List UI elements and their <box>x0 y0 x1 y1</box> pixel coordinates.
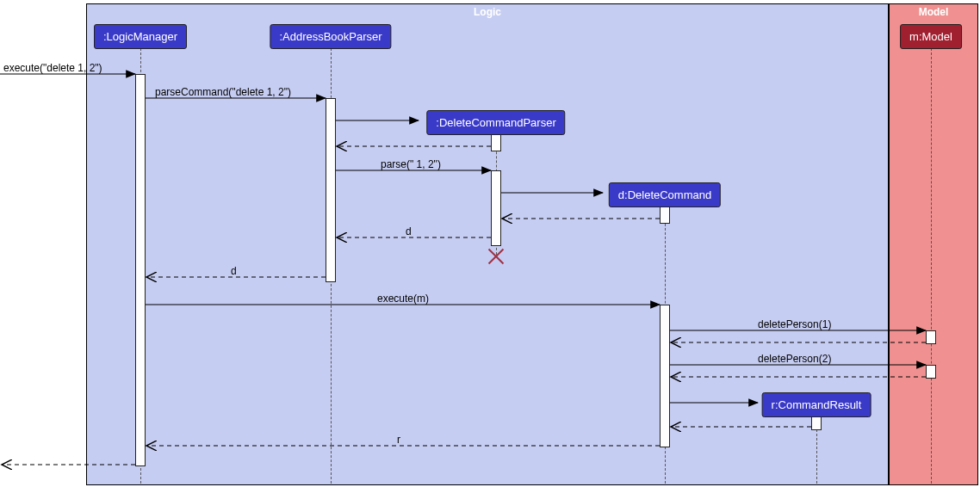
deletecommand-activation-create <box>660 207 670 224</box>
model-activation-2 <box>926 365 936 379</box>
msg-execute-in: execute("delete 1, 2") <box>3 62 102 74</box>
model-activation-1 <box>926 330 936 344</box>
addressbookparser-head: :AddressBookParser <box>270 24 391 49</box>
model-lifeline <box>931 48 932 484</box>
deletecommandparser-head: :DeleteCommandParser <box>426 110 565 135</box>
commandresult-activation <box>811 416 822 430</box>
msg-parsecommand: parseCommand("delete 1, 2") <box>155 86 291 98</box>
logicmanager-activation <box>135 74 146 466</box>
destroy-icon <box>487 248 505 265</box>
deletecommandparser-activation-create <box>491 134 501 151</box>
addressbookparser-activation <box>326 98 336 282</box>
deletecommandparser-activation-parse <box>491 170 501 246</box>
msg-parse: parse(" 1, 2") <box>381 158 441 170</box>
msg-deleteperson2: deletePerson(2) <box>758 353 831 365</box>
msg-r: r <box>397 434 400 446</box>
logic-frame-title: Logic <box>474 6 501 18</box>
msg-d2: d <box>231 265 237 277</box>
model-head: m:Model <box>900 24 962 49</box>
msg-d1: d <box>406 225 412 237</box>
model-frame-title: Model <box>919 6 949 18</box>
model-frame: Model <box>889 3 978 485</box>
deletecommand-head: d:DeleteCommand <box>609 182 721 207</box>
deletecommand-activation-execute <box>660 305 670 447</box>
logicmanager-head: :LogicManager <box>94 24 187 49</box>
msg-execute-m: execute(m) <box>377 293 429 305</box>
msg-deleteperson1: deletePerson(1) <box>758 318 831 330</box>
commandresult-head: r:CommandResult <box>762 392 871 417</box>
